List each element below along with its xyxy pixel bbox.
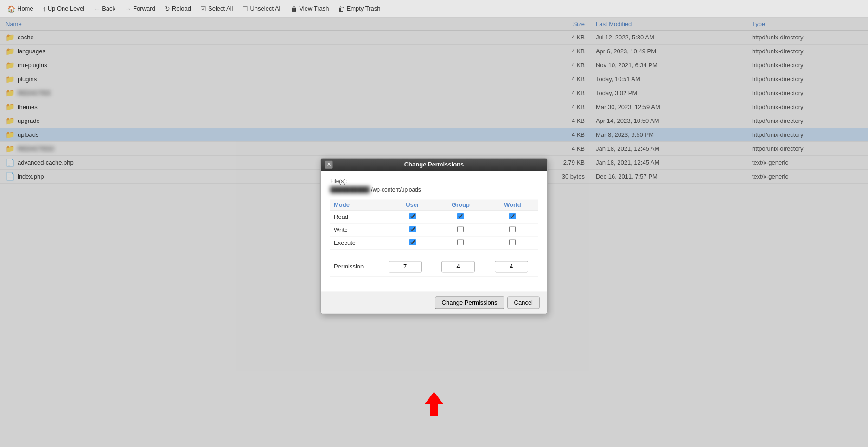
group-write-checkbox[interactable]: [457, 226, 464, 232]
user-write-checkbox[interactable]: [409, 226, 416, 232]
permission-value-table: Permission: [330, 257, 538, 276]
reload-icon: ↻: [165, 5, 170, 13]
mode-label: Write: [330, 224, 391, 236]
reload-button[interactable]: ↻ Reload: [161, 3, 195, 14]
unselect-all-icon: ☐: [242, 5, 248, 13]
permission-world-input[interactable]: [495, 261, 528, 272]
home-icon: 🏠: [7, 5, 15, 13]
file-path-blurred: ██████████: [330, 186, 371, 193]
back-icon: ←: [94, 5, 100, 13]
forward-button[interactable]: → Forward: [121, 3, 159, 14]
toolbar: 🏠 Home ↑ Up One Level ← Back → Forward ↻…: [0, 0, 868, 18]
unselect-all-label: Unselect All: [250, 5, 281, 12]
home-label: Home: [17, 5, 33, 12]
group-checkbox-cell: [434, 211, 487, 224]
change-permissions-button[interactable]: Change Permissions: [435, 296, 504, 309]
world-read-checkbox[interactable]: [509, 213, 516, 219]
permissions-table: Mode User Group World Read Write Execute: [330, 199, 538, 249]
permission-world-cell: [485, 257, 538, 276]
dialog-body: File(s): ██████████ /wp-content/uploads …: [321, 171, 547, 291]
world-checkbox-cell: [487, 236, 538, 249]
group-header: Group: [434, 199, 487, 211]
user-execute-checkbox[interactable]: [409, 239, 416, 245]
trash-icon: 🗑: [291, 5, 297, 13]
svg-marker-0: [425, 392, 443, 416]
permission-row: Execute: [330, 236, 538, 249]
user-read-checkbox[interactable]: [409, 213, 416, 219]
user-checkbox-cell: [391, 211, 434, 224]
group-checkbox-cell: [434, 236, 487, 249]
permission-group-input[interactable]: [441, 261, 475, 272]
arrow-indicator: [423, 390, 445, 419]
permission-group-cell: [432, 257, 485, 276]
dialog-title: Change Permissions: [404, 161, 464, 168]
group-execute-checkbox[interactable]: [457, 239, 464, 245]
select-all-icon: ☑: [200, 5, 206, 13]
world-execute-checkbox[interactable]: [509, 239, 516, 245]
file-path-suffix: /wp-content/uploads: [371, 186, 421, 193]
home-button[interactable]: 🏠 Home: [4, 3, 37, 14]
world-write-checkbox[interactable]: [509, 226, 516, 232]
world-header: World: [487, 199, 538, 211]
view-trash-button[interactable]: 🗑 View Trash: [287, 3, 332, 14]
group-checkbox-cell: [434, 224, 487, 236]
select-all-label: Select All: [208, 5, 233, 12]
world-checkbox-cell: [487, 211, 538, 224]
up-one-level-button[interactable]: ↑ Up One Level: [39, 3, 89, 14]
back-button[interactable]: ← Back: [90, 3, 119, 14]
mode-header: Mode: [330, 199, 391, 211]
empty-trash-button[interactable]: 🗑 Empty Trash: [334, 3, 384, 14]
user-checkbox-cell: [391, 224, 434, 236]
dialog-close-button[interactable]: ✕: [325, 160, 333, 169]
user-checkbox-cell: [391, 236, 434, 249]
permission-user-input[interactable]: [389, 261, 422, 272]
up-one-level-label: Up One Level: [48, 5, 85, 12]
dialog-titlebar: ✕ Change Permissions: [321, 158, 547, 171]
mode-label: Execute: [330, 236, 391, 249]
view-trash-label: View Trash: [299, 5, 329, 12]
change-permissions-dialog: ✕ Change Permissions File(s): ██████████…: [320, 158, 548, 314]
files-label: File(s):: [330, 178, 538, 185]
world-checkbox-cell: [487, 224, 538, 236]
back-label: Back: [102, 5, 115, 12]
select-all-button[interactable]: ☑ Select All: [197, 3, 236, 14]
permission-row: Write: [330, 224, 538, 236]
cancel-button[interactable]: Cancel: [507, 296, 540, 309]
forward-label: Forward: [133, 5, 155, 12]
empty-trash-label: Empty Trash: [346, 5, 380, 12]
group-read-checkbox[interactable]: [457, 213, 464, 219]
forward-icon: →: [125, 5, 131, 13]
mode-label: Read: [330, 211, 391, 224]
permission-user-cell: [378, 257, 432, 276]
files-path: ██████████ /wp-content/uploads: [330, 186, 538, 193]
dialog-footer: Change Permissions Cancel: [321, 291, 547, 313]
empty-trash-icon: 🗑: [338, 5, 345, 13]
unselect-all-button[interactable]: ☐ Unselect All: [238, 3, 285, 14]
reload-label: Reload: [172, 5, 191, 12]
up-icon: ↑: [43, 5, 46, 13]
permission-label: Permission: [330, 257, 378, 276]
user-header: User: [391, 199, 434, 211]
permission-row: Read: [330, 211, 538, 224]
